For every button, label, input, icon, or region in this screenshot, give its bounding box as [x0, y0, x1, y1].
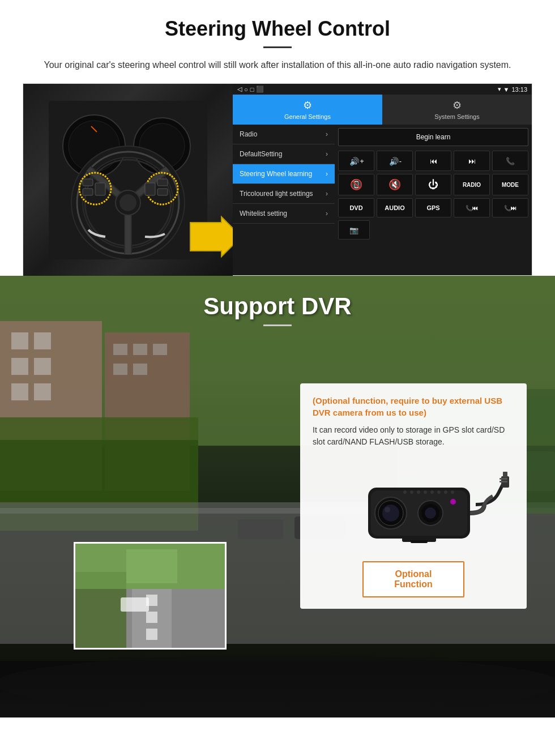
menu-item-radio[interactable]: Radio › [233, 125, 335, 144]
svg-rect-23 [157, 189, 168, 195]
menu-arrow-icon-active: › [326, 170, 328, 178]
ctrl-vol-up[interactable]: 🔊+ [338, 151, 374, 171]
svg-rect-46 [238, 519, 283, 539]
svg-rect-39 [153, 344, 167, 355]
svg-point-88 [451, 490, 454, 494]
svg-point-71 [382, 505, 399, 522]
tab-general-label: General Settings [284, 113, 331, 120]
control-grid-row2: 📵 🔇 ⏻ RADIO MODE [338, 174, 528, 195]
ctrl-hangup[interactable]: 📵 [338, 174, 374, 195]
menu-arrow-icon: › [326, 150, 328, 158]
ctrl-call-next[interactable]: 📞⏭ [492, 198, 528, 217]
svg-point-75 [425, 507, 436, 519]
settings-content: Radio › DefaultSetting › Steering Wheel … [233, 125, 532, 275]
svg-rect-66 [503, 472, 507, 477]
svg-point-83 [417, 490, 420, 494]
menu-item-swl[interactable]: Steering Wheel learning › [233, 164, 335, 184]
begin-learn-row: Begin learn [338, 128, 528, 146]
back-nav[interactable]: ◁ [237, 86, 242, 93]
svg-rect-32 [11, 358, 28, 375]
svg-rect-19 [83, 189, 93, 195]
screenshot-composite: ◁ ○ □ ⬛ ▾ ▼ 13:13 ⚙ General Settings ⚙ S… [23, 83, 532, 276]
svg-rect-31 [34, 332, 51, 349]
dvr-title: Support DVR [0, 293, 555, 320]
menu-item-whitelist[interactable]: Whitelist setting › [233, 204, 335, 224]
svg-point-82 [410, 490, 413, 494]
ctrl-audio[interactable]: AUDIO [377, 198, 413, 217]
svg-point-86 [437, 490, 441, 494]
ctrl-mute[interactable]: 🔇 [377, 174, 413, 195]
svg-rect-18 [83, 179, 93, 186]
dashboard-bottom [0, 672, 555, 717]
settings-tabs: ⚙ General Settings ⚙ System Settings [233, 95, 532, 125]
svg-rect-38 [133, 344, 147, 355]
svg-rect-59 [146, 612, 157, 623]
dvr-camera-illustration [313, 456, 514, 553]
ctrl-call-prev[interactable]: 📞⏮ [454, 198, 490, 217]
control-grid-row1: 🔊+ 🔊- ⏮ ⏭ 📞 [338, 151, 528, 171]
home-nav[interactable]: ○ [244, 86, 248, 93]
tab-system-settings[interactable]: ⚙ System Settings [382, 95, 532, 125]
svg-rect-77 [500, 478, 507, 480]
tab-system-label: System Settings [434, 113, 479, 120]
menu-item-default[interactable]: DefaultSetting › [233, 144, 335, 164]
control-grid-row3: DVD AUDIO GPS 📞⏮ 📞⏭ [338, 198, 528, 217]
control-grid-row4: 📷 [338, 220, 528, 240]
time-display: 13:13 [511, 86, 527, 93]
dvr-divider [263, 324, 292, 326]
svg-rect-22 [157, 179, 168, 186]
system-gear-icon: ⚙ [452, 99, 462, 112]
ctrl-dvd[interactable]: DVD [338, 198, 374, 217]
svg-rect-24 [145, 183, 155, 195]
svg-rect-40 [113, 364, 127, 375]
menu-arrow-icon: › [326, 130, 328, 138]
section-dvr: Support DVR (Optional [0, 276, 555, 717]
svg-rect-37 [113, 344, 127, 355]
svg-marker-25 [190, 217, 233, 257]
ctrl-radio[interactable]: RADIO [454, 174, 490, 195]
section-steering-wheel: Steering Wheel Control Your original car… [0, 0, 555, 276]
status-bar: ◁ ○ □ ⬛ ▾ ▼ 13:13 [233, 84, 532, 95]
svg-point-84 [424, 490, 427, 494]
dvr-optional-text: (Optional function, require to buy exter… [313, 395, 514, 418]
steering-wheel-controls: Begin learn 🔊+ 🔊- ⏮ ⏭ 📞 [335, 125, 532, 275]
screenshot-nav[interactable]: ⬛ [256, 86, 264, 93]
svg-point-72 [385, 507, 390, 512]
ctrl-call[interactable]: 📞 [492, 151, 528, 171]
menu-tricoloured-label: Tricoloured light settings [240, 190, 313, 198]
svg-rect-60 [146, 629, 157, 640]
dvr-camera-svg [317, 459, 510, 550]
menu-radio-label: Radio [240, 130, 257, 138]
optional-function-button[interactable]: Optional Function [362, 561, 464, 597]
svg-point-16 [119, 194, 136, 211]
svg-rect-20 [95, 183, 105, 195]
dvr-preview-image [74, 542, 227, 650]
svg-point-87 [444, 490, 447, 494]
ctrl-prev-track[interactable]: ⏮ [415, 151, 451, 171]
svg-rect-30 [11, 332, 28, 349]
steering-wheel-image [49, 101, 207, 259]
tab-general-settings[interactable]: ⚙ General Settings [233, 95, 382, 125]
ctrl-camera[interactable]: 📷 [338, 220, 370, 240]
ctrl-next-track[interactable]: ⏭ [454, 151, 490, 171]
section-title: Steering Wheel Control [23, 17, 532, 41]
menu-arrow-icon: › [326, 190, 328, 198]
ctrl-vol-down[interactable]: 🔊- [377, 151, 413, 171]
ctrl-power[interactable]: ⏻ [415, 174, 451, 195]
steering-wheel-photo [23, 84, 233, 276]
begin-learn-button[interactable]: Begin learn [338, 128, 528, 146]
steering-wheel-svg [49, 101, 207, 259]
ctrl-mode[interactable]: MODE [492, 174, 528, 195]
svg-point-85 [430, 490, 434, 494]
svg-rect-78 [500, 481, 507, 482]
svg-point-81 [403, 490, 407, 494]
signal-icon: ▼ [503, 86, 510, 93]
ctrl-gps[interactable]: GPS [415, 198, 451, 217]
svg-rect-33 [34, 358, 51, 375]
menu-default-label: DefaultSetting [240, 150, 282, 158]
recent-nav[interactable]: □ [250, 86, 254, 93]
menu-item-tricoloured[interactable]: Tricoloured light settings › [233, 184, 335, 204]
direction-arrow [187, 214, 233, 259]
settings-menu: Radio › DefaultSetting › Steering Wheel … [233, 125, 335, 275]
section-subtitle: Your original car's steering wheel contr… [34, 58, 521, 72]
